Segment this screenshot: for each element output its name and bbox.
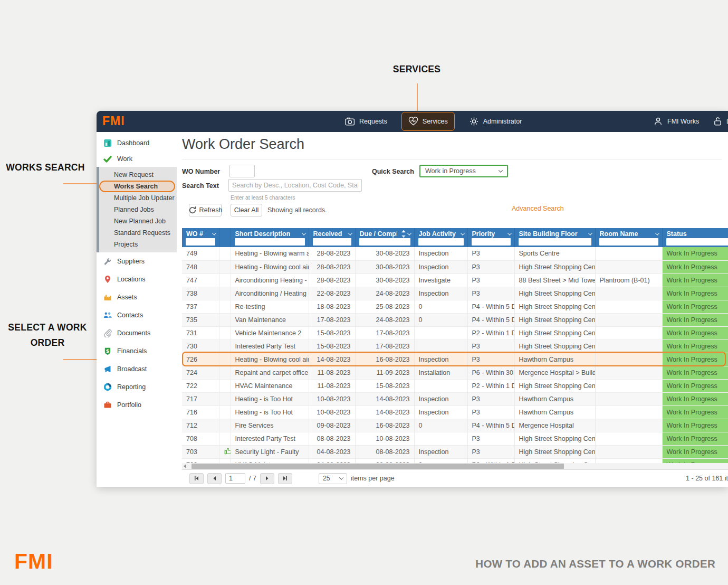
sidebar-item-portfolio[interactable]: Portfolio — [97, 396, 177, 414]
page-count-label: / 7 — [249, 475, 256, 482]
column-filter-input[interactable] — [359, 238, 410, 246]
work-order-row-708[interactable]: 708Interested Party Test08-08-202310-08-… — [182, 432, 728, 445]
work-order-row-730[interactable]: 730Interested Party Test15-08-202317-08-… — [182, 339, 728, 353]
nav-item-administrator[interactable]: Administrator — [462, 112, 529, 131]
logout-button[interactable]: L — [713, 111, 728, 132]
user-menu[interactable]: FMI Works — [653, 111, 699, 132]
column-filter-input[interactable] — [235, 238, 305, 246]
svg-text:$: $ — [106, 348, 110, 354]
first-page-button[interactable] — [189, 473, 204, 484]
work-order-row-712[interactable]: 712Fire Services09-08-202316-08-20230P4 … — [182, 419, 728, 432]
work-order-row-716[interactable]: 716Heating - is Too Hot10-08-202314-08-2… — [182, 405, 728, 419]
page-number-input[interactable] — [225, 473, 245, 484]
column-menu-chevron-icon[interactable] — [407, 231, 411, 235]
column-filter-input[interactable] — [418, 238, 464, 246]
page-size-select[interactable]: 25 — [319, 473, 347, 484]
search-text-input[interactable] — [228, 179, 362, 192]
sidebar-item-standard-requests[interactable]: Standard Requests — [99, 227, 177, 239]
advanced-search-link[interactable]: Advanced Search — [512, 205, 564, 212]
column-filter-input[interactable] — [599, 238, 658, 246]
column-header-room-name[interactable]: Room Name — [595, 228, 662, 247]
column-menu-chevron-icon[interactable] — [348, 231, 352, 235]
horizontal-scrollbar[interactable] — [182, 463, 728, 469]
column-filter-input[interactable] — [666, 238, 728, 246]
sidebar-item-multiple-job-updater[interactable]: Multiple Job Updater — [99, 192, 177, 204]
column-menu-chevron-icon[interactable] — [460, 231, 464, 235]
work-order-table: WO #Short DescriptionReceivedDue / Compl… — [182, 228, 728, 463]
work-order-row-735[interactable]: 735Van Maintenance17-08-202324-08-20230P… — [182, 313, 728, 326]
last-page-button[interactable] — [278, 473, 292, 484]
work-order-row-726[interactable]: 726Heating - Blowing cool air14-08-20231… — [182, 353, 728, 366]
work-order-row-748[interactable]: 748Heating - Blowing cool air28-08-20233… — [182, 260, 728, 273]
sidebar-item-contacts[interactable]: Contacts — [97, 306, 177, 324]
column-header-received[interactable]: Received — [309, 228, 355, 247]
sidebar-item-dashboard[interactable]: Dashboard — [97, 135, 177, 151]
next-page-button[interactable] — [260, 473, 274, 484]
showing-records-text: Showing all records. — [267, 206, 327, 214]
work-order-row-737[interactable]: 737Re-testing18-08-202325-08-20230P4 - W… — [182, 300, 728, 313]
column-header-short-description[interactable]: Short Description — [231, 228, 309, 247]
column-filter-input[interactable] — [186, 238, 215, 246]
column-header-wo[interactable]: WO # — [182, 228, 219, 247]
search-text-label: Search Text — [182, 182, 219, 190]
column-header-job-activity[interactable]: Job Activity — [414, 228, 467, 247]
work-order-row-724[interactable]: 724Repaint and carpet office11-08-202311… — [182, 366, 728, 379]
work-order-row-702[interactable]: 702HVAC Maintenance04-08-202308-08-20230… — [182, 458, 728, 463]
refresh-button[interactable]: Refresh — [189, 204, 222, 216]
column-header-status[interactable]: Status — [662, 228, 728, 247]
sidebar-item-documents[interactable]: Documents — [97, 324, 177, 342]
column-header-priority[interactable]: Priority — [467, 228, 514, 247]
column-menu-chevron-icon[interactable] — [301, 231, 305, 235]
annotation-works-search: WORKS SEARCH — [0, 162, 91, 173]
column-menu-chevron-icon[interactable] — [655, 231, 659, 235]
sidebar-item-work[interactable]: Work — [97, 151, 177, 167]
column-menu-chevron-icon[interactable] — [588, 231, 592, 235]
quick-search-select[interactable]: Work in Progress — [419, 165, 508, 177]
fmi-logo: FMI — [102, 114, 125, 128]
column-menu-chevron-icon[interactable] — [507, 231, 511, 235]
column-header-site-building-floor[interactable]: Site Building Floor — [514, 228, 595, 247]
sidebar-item-reporting[interactable]: Reporting — [97, 378, 177, 396]
column-filter-input[interactable] — [519, 238, 591, 246]
sidebar-item-new-request[interactable]: New Request — [99, 169, 177, 181]
work-order-row-731[interactable]: 731Vehicle Maintenance 215-08-202317-08-… — [182, 326, 728, 339]
top-navbar: FMI RequestsServicesAdministrator FMI Wo… — [97, 111, 728, 132]
column-filter-input[interactable] — [313, 238, 351, 246]
clear-all-button[interactable]: Clear All — [231, 204, 262, 216]
work-order-row-703[interactable]: 703Security Light - Faulty04-08-202308-0… — [182, 445, 728, 458]
work-order-row-747[interactable]: 747Airconditioning Heating - ...28-08-20… — [182, 273, 728, 287]
column-filter-input[interactable] — [472, 238, 511, 246]
table-header-row: WO #Short DescriptionReceivedDue / Compl… — [182, 228, 728, 247]
work-order-row-717[interactable]: 717Heating - is Too Hot10-08-202314-08-2… — [182, 392, 728, 405]
sidebar-top-list: DashboardWork — [97, 135, 177, 167]
range-label: 1 - 25 of 161 it — [686, 475, 728, 482]
nav-item-services[interactable]: Services — [401, 112, 455, 131]
sort-icon — [399, 230, 408, 238]
sidebar-item-assets[interactable]: Assets — [97, 288, 177, 306]
sidebar-item-planned-jobs[interactable]: Planned Jobs — [99, 204, 177, 215]
heart-pulse-icon — [408, 117, 418, 126]
search-hint: Enter at least 5 characters — [231, 194, 295, 201]
sidebar-item-works-search[interactable]: Works Search — [99, 181, 175, 192]
donut-icon — [103, 383, 112, 391]
footer-fmi-logo: FMI — [14, 549, 53, 574]
sidebar-item-locations[interactable]: Locations — [97, 270, 177, 288]
sidebar-item-financials[interactable]: $Financials — [97, 342, 177, 360]
nav-item-requests[interactable]: Requests — [338, 112, 394, 131]
scrollbar-thumb[interactable] — [191, 464, 564, 469]
column-menu-chevron-icon[interactable] — [212, 231, 216, 235]
thumbs-up-icon — [224, 447, 231, 455]
annotation-line-works-search — [63, 183, 98, 184]
work-order-row-738[interactable]: 738Airconditioning / Heating -...22-08-2… — [182, 287, 728, 300]
chevron-down-icon — [499, 168, 503, 172]
sidebar-item-projects[interactable]: Projects — [99, 239, 177, 250]
work-order-row-722[interactable]: 722HVAC Maintenance11-08-202315-08-2023P… — [182, 379, 728, 392]
column-header-due-completed[interactable]: Due / Completed — [355, 228, 414, 247]
sidebar-item-new-planned-job[interactable]: New Planned Job — [99, 215, 177, 227]
work-order-row-749[interactable]: 749Heating - Blowing warm air28-08-20233… — [182, 247, 728, 260]
sidebar-item-suppliers[interactable]: Suppliers — [97, 252, 177, 270]
sidebar-item-broadcast[interactable]: Broadcast — [97, 360, 177, 378]
prev-page-button[interactable] — [207, 473, 222, 484]
wo-number-input[interactable] — [229, 165, 255, 177]
unlock-icon — [713, 117, 723, 126]
